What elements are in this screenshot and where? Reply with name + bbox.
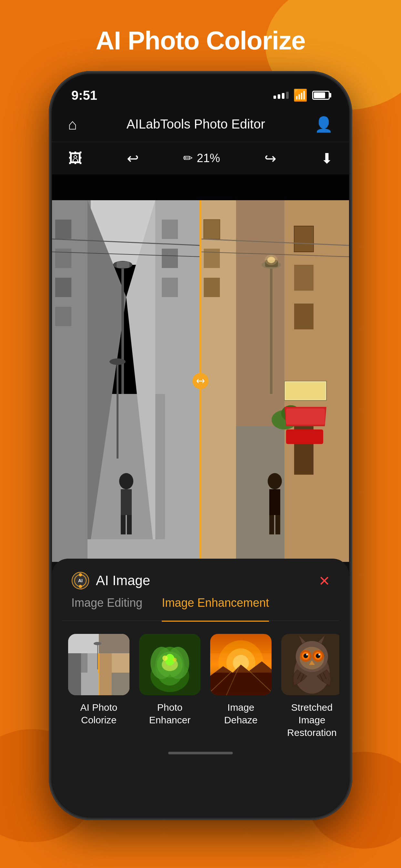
svg-rect-32 bbox=[294, 226, 313, 252]
toolbar: 🖼 ↩ ✏ 21% ↪ ⬇ bbox=[52, 142, 349, 175]
split-handle[interactable] bbox=[192, 373, 209, 389]
dehaze-thumb-svg bbox=[210, 634, 272, 695]
svg-rect-73 bbox=[97, 644, 98, 670]
signal-dot-1 bbox=[274, 96, 276, 99]
svg-rect-16 bbox=[117, 362, 119, 459]
svg-rect-28 bbox=[204, 220, 220, 239]
notch bbox=[158, 74, 243, 90]
dark-overlay-bar bbox=[52, 175, 349, 200]
svg-rect-33 bbox=[294, 265, 313, 290]
signal-dot-2 bbox=[278, 94, 280, 99]
svg-rect-19 bbox=[121, 489, 132, 515]
download-icon[interactable]: ⬇ bbox=[321, 150, 333, 166]
svg-rect-42 bbox=[286, 408, 325, 425]
phone-frame: 9:51 📶 ⌂ AILabTools Photo Editor 👤 bbox=[49, 71, 352, 820]
enhancer-thumb-svg bbox=[139, 634, 201, 695]
ai-panel-title: AI AI Image bbox=[71, 571, 150, 590]
tool-enhancer-label: Photo Enhancer bbox=[139, 701, 201, 726]
svg-rect-43 bbox=[286, 430, 323, 444]
app-title: AILabTools Photo Editor bbox=[127, 117, 265, 131]
split-divider[interactable] bbox=[199, 200, 202, 562]
svg-point-51 bbox=[268, 473, 282, 489]
stretch-thumb-svg bbox=[281, 634, 339, 695]
svg-point-60 bbox=[79, 585, 82, 588]
ai-logo-icon: AI bbox=[71, 571, 89, 590]
zoom-control[interactable]: ✏ 21% bbox=[183, 151, 220, 165]
svg-rect-72 bbox=[99, 634, 129, 653]
svg-rect-4 bbox=[55, 278, 71, 297]
svg-rect-44 bbox=[270, 265, 273, 394]
home-icon[interactable]: ⌂ bbox=[68, 116, 77, 133]
tool-stretch[interactable]: Stretched Image Restoration bbox=[281, 634, 339, 739]
phone-screen: 9:51 📶 ⌂ AILabTools Photo Editor 👤 bbox=[52, 74, 349, 817]
svg-rect-52 bbox=[269, 489, 280, 515]
svg-rect-54 bbox=[275, 515, 280, 534]
svg-rect-34 bbox=[294, 304, 313, 330]
tool-stretch-thumb bbox=[281, 634, 339, 695]
svg-rect-30 bbox=[204, 278, 220, 297]
svg-rect-7 bbox=[162, 220, 178, 239]
tool-colorize-thumb bbox=[68, 634, 129, 695]
svg-rect-53 bbox=[269, 515, 274, 534]
signal-dot-4 bbox=[286, 92, 289, 99]
undo-icon[interactable]: ↩ bbox=[127, 150, 139, 166]
close-button[interactable]: × bbox=[319, 571, 330, 590]
profile-icon[interactable]: 👤 bbox=[314, 116, 333, 133]
status-icons: 📶 bbox=[274, 89, 330, 102]
svg-rect-70 bbox=[112, 673, 129, 695]
tool-dehaze-label: Image Dehaze bbox=[210, 701, 272, 726]
battery-icon bbox=[312, 91, 330, 100]
tool-colorize-label: AI Photo Colorize bbox=[68, 701, 129, 726]
tool-enhancer[interactable]: Photo Enhancer bbox=[139, 634, 201, 739]
svg-point-17 bbox=[110, 359, 126, 365]
svg-point-18 bbox=[119, 473, 133, 489]
svg-rect-13 bbox=[121, 265, 124, 394]
tool-dehaze-thumb bbox=[210, 634, 272, 695]
tab-image-editing[interactable]: Image Editing bbox=[71, 596, 143, 614]
ai-panel-header: AI AI Image × bbox=[62, 559, 339, 596]
svg-rect-9 bbox=[162, 278, 178, 297]
svg-rect-40 bbox=[285, 382, 326, 399]
svg-text:AI: AI bbox=[78, 578, 83, 583]
color-street-svg bbox=[201, 200, 349, 562]
bw-street-svg bbox=[52, 200, 201, 562]
bw-image-half bbox=[52, 200, 201, 562]
ai-panel: AI AI Image × Image Editing Image Enhanc… bbox=[52, 559, 349, 817]
tool-colorize[interactable]: AI Photo Colorize bbox=[68, 634, 129, 739]
svg-point-48 bbox=[265, 255, 278, 265]
svg-point-107 bbox=[318, 654, 320, 655]
signal-bars bbox=[274, 92, 289, 99]
svg-point-59 bbox=[79, 573, 82, 577]
zoom-value: 21% bbox=[197, 151, 220, 165]
svg-rect-2 bbox=[55, 220, 71, 239]
svg-rect-20 bbox=[121, 515, 126, 534]
tab-image-enhancement[interactable]: Image Enhancement bbox=[162, 596, 269, 622]
battery-fill bbox=[314, 92, 325, 98]
handle-arrows bbox=[196, 376, 205, 386]
pencil-icon: ✏ bbox=[183, 151, 193, 165]
signal-dot-3 bbox=[282, 93, 284, 99]
image-import-icon[interactable]: 🖼 bbox=[68, 150, 82, 166]
svg-point-84 bbox=[157, 652, 183, 678]
color-image-half bbox=[201, 200, 349, 562]
scroll-indicator bbox=[168, 752, 233, 754]
svg-point-74 bbox=[94, 642, 101, 645]
status-time: 9:51 bbox=[71, 88, 97, 103]
svg-rect-8 bbox=[162, 249, 178, 268]
wifi-icon: 📶 bbox=[293, 89, 308, 102]
redo-icon[interactable]: ↪ bbox=[265, 150, 276, 166]
tool-grid: AI Photo Colorize bbox=[62, 621, 339, 748]
svg-rect-15 bbox=[117, 261, 129, 268]
svg-rect-5 bbox=[55, 307, 71, 326]
image-area bbox=[52, 200, 349, 562]
svg-rect-3 bbox=[55, 249, 71, 268]
app-header: ⌂ AILabTools Photo Editor 👤 bbox=[52, 106, 349, 142]
svg-rect-69 bbox=[81, 673, 99, 695]
colorize-thumb-svg bbox=[68, 634, 129, 695]
svg-point-106 bbox=[306, 654, 308, 655]
tool-enhancer-thumb bbox=[139, 634, 201, 695]
tool-dehaze[interactable]: Image Dehaze bbox=[210, 634, 272, 739]
svg-rect-21 bbox=[127, 515, 132, 534]
panel-tabs: Image Editing Image Enhancement bbox=[62, 596, 339, 621]
svg-rect-29 bbox=[204, 249, 220, 268]
